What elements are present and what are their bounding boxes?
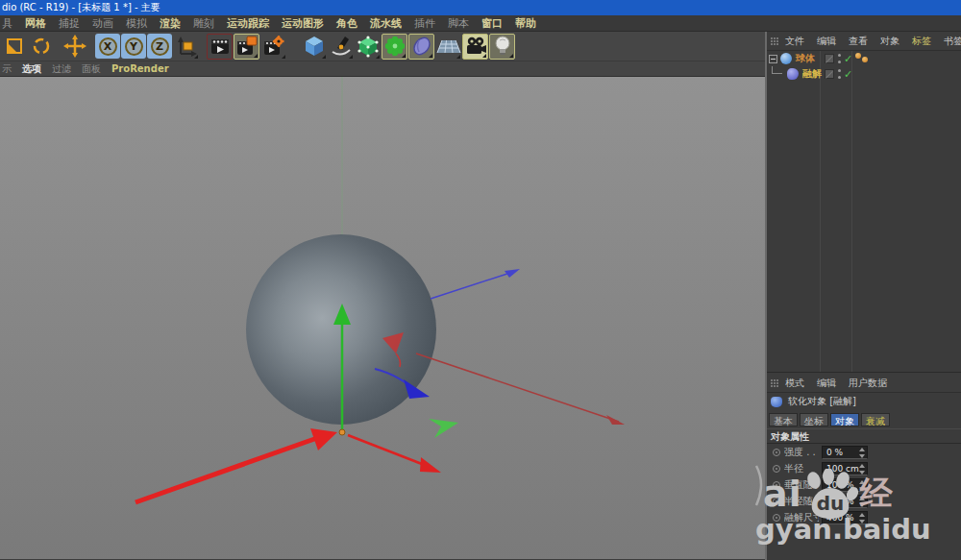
z-axis-line[interactable]: [431, 272, 513, 299]
panel-grip-icon[interactable]: [770, 378, 779, 388]
stepper-icon[interactable]: [858, 448, 865, 458]
tab-falloff[interactable]: 衰减: [861, 413, 890, 426]
vertical-randomness-value: 100 %: [826, 480, 854, 490]
floor-scene-icon[interactable]: [435, 34, 461, 60]
move-tool-icon[interactable]: [62, 34, 87, 60]
keyframe-icon[interactable]: [773, 498, 780, 505]
property-label: 半径: [784, 462, 819, 475]
menu-item-help[interactable]: 帮助: [515, 16, 536, 31]
section-object-properties: 对象属性: [767, 428, 961, 444]
object-name-melt[interactable]: 融解: [802, 67, 822, 81]
selection-box-icon[interactable]: [1, 34, 27, 60]
primitive-cube-icon[interactable]: [301, 34, 327, 60]
origin-point[interactable]: [339, 429, 345, 435]
om-menu-bookmarks[interactable]: 书签: [944, 35, 961, 48]
om-menu-view[interactable]: 查看: [849, 35, 868, 48]
viewport-3d[interactable]: [0, 77, 765, 559]
menu-item-plugins[interactable]: 插件: [414, 16, 435, 31]
panel-grip-icon[interactable]: [770, 37, 779, 46]
attribute-manager-menu: 模式 编辑 用户数据: [767, 374, 961, 393]
object-tree: 球体 ✓ 融解 ✓: [767, 51, 961, 373]
stepper-icon[interactable]: [858, 464, 865, 475]
am-menu-userdata[interactable]: 用户数据: [849, 377, 887, 390]
stepper-icon[interactable]: [858, 513, 865, 523]
property-row-radius: 半径 100 cm: [767, 460, 961, 476]
layer-toggle[interactable]: [825, 54, 834, 63]
deformers-icon[interactable]: [408, 34, 434, 60]
om-menu-tags[interactable]: 标签: [912, 35, 931, 48]
layer-toggle[interactable]: [825, 69, 834, 79]
render-settings-icon[interactable]: [260, 34, 286, 60]
menu-item-simulate[interactable]: 模拟: [126, 16, 147, 31]
radius-randomness-input[interactable]: 100 %: [822, 495, 868, 508]
menu-item-pipeline[interactable]: 流水线: [370, 16, 402, 31]
viewport-menu-prorender[interactable]: ProRender: [111, 63, 169, 74]
menu-item-sculpt[interactable]: 雕刻: [193, 16, 214, 31]
viewport-menu-panel[interactable]: 面板: [82, 62, 101, 76]
menu-bar: 具 网格 捕捉 动画 模拟 渲染 雕刻 运动跟踪 运动图形 角色 流水线 插件 …: [0, 15, 961, 32]
render-view-icon[interactable]: [207, 34, 233, 60]
x-axis-line[interactable]: [416, 353, 619, 422]
generators-icon[interactable]: [382, 34, 407, 60]
keyframe-icon[interactable]: [773, 514, 780, 522]
menu-item-mesh[interactable]: 网格: [25, 16, 46, 31]
viewport-menu-display[interactable]: 示: [2, 62, 12, 76]
strength-input[interactable]: 0 %: [822, 446, 868, 459]
expander-icon[interactable]: [769, 55, 777, 63]
menu-item-script[interactable]: 脚本: [448, 16, 469, 31]
tree-row-melt[interactable]: 融解 ✓: [767, 66, 961, 82]
spline-pen-icon[interactable]: [328, 34, 354, 60]
menu-item-window[interactable]: 窗口: [481, 16, 503, 31]
om-menu-edit[interactable]: 编辑: [817, 35, 836, 48]
menu-item-character[interactable]: 角色: [336, 16, 357, 31]
menu-item-render[interactable]: 渲染: [160, 16, 181, 31]
melted-size-value: 400 %: [826, 513, 854, 523]
enable-check[interactable]: ✓: [844, 68, 852, 81]
camera-icon[interactable]: [462, 34, 488, 60]
axis-lock-z-button[interactable]: Z: [147, 34, 172, 59]
stepper-icon[interactable]: [858, 497, 865, 507]
render-picture-viewer-icon[interactable]: [234, 34, 259, 60]
am-menu-edit[interactable]: 编辑: [817, 377, 836, 390]
y-plane-handle[interactable]: [429, 419, 458, 438]
tab-coordinates[interactable]: 坐标: [800, 413, 828, 426]
menu-item-tools[interactable]: 具: [2, 16, 12, 31]
property-row-melted-size: 融解尺寸 400 %: [767, 509, 961, 525]
menu-item-animate[interactable]: 动画: [92, 16, 113, 31]
tab-basic[interactable]: 基本: [769, 413, 798, 426]
om-menu-objects[interactable]: 对象: [880, 35, 899, 48]
am-menu-mode[interactable]: 模式: [785, 377, 804, 390]
keyframe-icon[interactable]: [773, 449, 780, 456]
menu-item-snap[interactable]: 捕捉: [59, 16, 80, 31]
coordinate-system-icon[interactable]: [173, 34, 199, 60]
live-selection-icon[interactable]: [28, 34, 54, 60]
phong-tag-icon[interactable]: [855, 53, 861, 59]
light-icon[interactable]: [489, 34, 515, 60]
tag-icon[interactable]: [862, 57, 868, 62]
subdivision-surface-icon[interactable]: [355, 34, 381, 60]
object-name-sphere[interactable]: 球体: [796, 52, 815, 65]
viewport-menu-filter[interactable]: 过滤: [52, 62, 71, 76]
x-axis-arrowhead: [606, 415, 625, 425]
axis-lock-x-button[interactable]: X: [95, 34, 120, 59]
viewport-menu-options[interactable]: 选项: [22, 62, 41, 76]
visibility-dots[interactable]: [838, 54, 841, 63]
menu-item-mograph[interactable]: 运动图形: [282, 16, 324, 31]
property-row-vertical-randomness: 垂直随机 100 %: [767, 476, 961, 493]
keyframe-icon[interactable]: [773, 465, 780, 473]
vertical-randomness-input[interactable]: 100 %: [822, 478, 868, 492]
enable-check[interactable]: ✓: [844, 53, 852, 65]
menu-item-motion-tracker[interactable]: 运动跟踪: [227, 16, 269, 31]
stepper-icon[interactable]: [858, 480, 865, 491]
viewport-menu: 示 选项 过滤 面板 ProRender: [0, 61, 765, 77]
tab-object[interactable]: 对象: [830, 413, 859, 426]
melted-size-input[interactable]: 400 %: [822, 511, 868, 524]
tree-row-sphere[interactable]: 球体 ✓: [767, 51, 961, 66]
keyframe-icon[interactable]: [773, 481, 780, 489]
om-menu-file[interactable]: 文件: [785, 35, 804, 48]
annotation-arrow-small: [348, 435, 427, 466]
radius-input[interactable]: 100 cm: [822, 462, 868, 475]
axis-lock-y-button[interactable]: Y: [121, 34, 146, 59]
visibility-dots[interactable]: [838, 69, 841, 79]
tree-elbow: [772, 66, 782, 74]
